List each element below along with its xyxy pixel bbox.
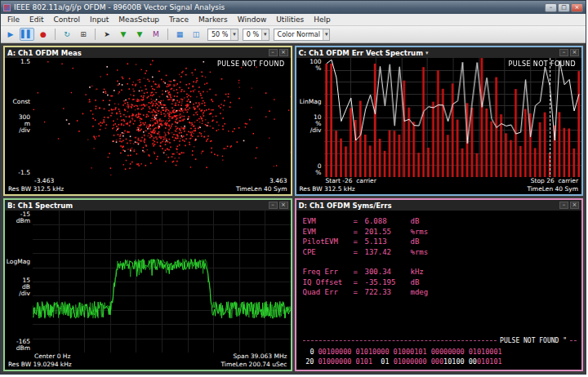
- maximize-button[interactable]: □: [558, 3, 570, 12]
- panel-err-vect-spectrum: C: Ch1 OFDM Err Vect Spectrum ▾ – × 100%…: [295, 46, 584, 196]
- constellation-plot[interactable]: PULSE NOT FOUND: [33, 58, 291, 177]
- dashed-divider: [303, 340, 497, 341]
- panel-a-controls: – ×: [269, 49, 288, 56]
- menu-item-markers[interactable]: Markers: [194, 15, 233, 24]
- y-unit-label: LogMag: [6, 259, 30, 265]
- panel-d-titlebar[interactable]: D: Ch1 OFDM Syms/Errs – ×: [296, 200, 582, 211]
- y-max-label: 1.5: [6, 59, 30, 65]
- panel-c-title: C: Ch1 OFDM Err Vect Spectrum: [299, 49, 424, 57]
- equals-sign: =: [354, 216, 365, 227]
- color-mode-value: Color Normal: [278, 31, 320, 38]
- layout-grid-button[interactable]: ⊞: [76, 28, 91, 41]
- result-label: IQ Offset: [303, 277, 354, 288]
- panel-b-minimize-button[interactable]: –: [269, 202, 278, 209]
- dashed-divider: [570, 340, 577, 341]
- menu-item-control[interactable]: Control: [49, 15, 86, 24]
- workspace: A: Ch1 OFDM Meas – × 1.5 Const 300m/div …: [1, 43, 586, 374]
- toolbar: ▶▌▌●↻⊞➤▼▼M▦◫50 %▾0 %▾Color Normal▾: [1, 26, 586, 43]
- menu-item-file[interactable]: File: [2, 15, 24, 24]
- marker-peak-button[interactable]: ▼: [116, 28, 131, 41]
- pulse-not-found-annotation: PULSE NOT FOUND ": [500, 337, 567, 344]
- menu-item-edit[interactable]: Edit: [24, 15, 48, 24]
- panel-d-body: EVM=6.088dBEVM=201.55%rmsPilotEVM=5.113d…: [296, 211, 582, 370]
- panel-c-close-button[interactable]: ×: [570, 49, 579, 56]
- trace-scale-combobox[interactable]: 50 %▾: [207, 29, 238, 41]
- panel-a-y-axis: 1.5 Const 300m/div -1.5: [5, 58, 33, 177]
- menu-item-utilities[interactable]: Utilities: [271, 15, 309, 24]
- res-bw-label: Res BW 19.0294 kHz: [8, 361, 72, 369]
- pointer-button[interactable]: ➤: [100, 28, 114, 41]
- chevron-down-icon[interactable]: ▾: [261, 29, 269, 40]
- panel-a-titlebar[interactable]: A: Ch1 OFDM Meas – ×: [5, 47, 291, 58]
- equals-sign: =: [354, 247, 365, 258]
- panel-a-title: A: Ch1 OFDM Meas: [7, 49, 82, 57]
- result-unit: %rms: [411, 227, 429, 237]
- result-label: EVM: [303, 216, 354, 227]
- result-unit: dB: [411, 277, 420, 288]
- trace-select-chevron-down-icon[interactable]: ▾: [425, 50, 429, 56]
- panel-c-minimize-button[interactable]: –: [559, 49, 568, 56]
- symbol-bits: 01000000 000: [394, 357, 443, 366]
- menu-item-input[interactable]: Input: [85, 15, 114, 24]
- panel-c-footer: Res BW 312.5 kHz TimeLen 40 Sym: [296, 185, 582, 194]
- timelen-label: TimeLen 40 Sym: [236, 185, 287, 193]
- menu-item-meassetup[interactable]: MeasSetup: [114, 15, 164, 24]
- panel-d-minimize-button[interactable]: –: [559, 202, 568, 209]
- symbol-index: 0: [303, 347, 314, 357]
- restart-button[interactable]: ↻: [60, 28, 74, 41]
- equals-sign: =: [354, 277, 365, 288]
- result-unit: kHz: [411, 267, 424, 277]
- pause-button[interactable]: ▌▌: [20, 28, 34, 41]
- panel-a-close-button[interactable]: ×: [279, 49, 288, 56]
- symbol-bits: 00100000 01010000 01000101 00000000 0101…: [318, 348, 502, 356]
- spectrum-plot[interactable]: [33, 211, 291, 353]
- evm-spectrum-plot[interactable]: PULSE NOT FOUND: [324, 58, 582, 177]
- minimize-button[interactable]: –: [545, 3, 557, 12]
- result-row-iq-offset-5: IQ Offset=-35.195dB: [303, 277, 577, 288]
- panel-c-titlebar[interactable]: C: Ch1 OFDM Err Vect Spectrum ▾ – ×: [296, 47, 582, 58]
- panel-d-title: D: Ch1 OFDM Syms/Errs: [299, 202, 392, 210]
- quad-display-button[interactable]: ◫: [189, 28, 203, 41]
- res-bw-label: Res BW 312.5 kHz: [8, 185, 64, 193]
- menu-item-trace[interactable]: Trace: [164, 15, 194, 24]
- close-button[interactable]: ×: [571, 3, 583, 12]
- panel-c-x-axis: Start -26 carrier Stop 26 carrier: [296, 177, 582, 185]
- equals-sign: =: [354, 267, 365, 277]
- record-button[interactable]: ●: [36, 28, 51, 41]
- menu-item-help[interactable]: Help: [309, 15, 336, 24]
- marker-band-button[interactable]: M: [149, 28, 163, 41]
- symbol-bits: 01: [372, 357, 394, 366]
- marker-delta-button[interactable]: ▼: [132, 28, 147, 41]
- panel-d-close-button[interactable]: ×: [570, 202, 579, 209]
- symbol-row: 2001000000 0101 01 01000000 00010100 000…: [303, 357, 577, 366]
- menu-item-window[interactable]: Window: [233, 15, 272, 24]
- panel-a-minimize-button[interactable]: –: [269, 49, 278, 56]
- result-unit: %rms: [411, 247, 429, 258]
- constellation-canvas[interactable]: [33, 58, 291, 177]
- result-row-cpe-3: CPE=137.42%rms: [303, 247, 577, 258]
- pulse-not-found-annotation: PULSE NOT FOUND: [509, 60, 576, 68]
- result-label: PilotEVM: [303, 237, 354, 247]
- panel-c-body: 100% LinMag 10%/div 0% PULSE NOT FOUND S…: [296, 58, 582, 194]
- window-controls: – □ ×: [545, 3, 583, 12]
- result-value: 201.55: [365, 227, 411, 237]
- x-min-label: -3.463: [34, 177, 54, 185]
- panel-b-title: B: Ch1 Spectrum: [7, 202, 73, 210]
- play-button[interactable]: ▶: [3, 28, 18, 41]
- result-value: -35.195: [365, 277, 411, 288]
- span-label: Span 39.063 MHz: [234, 353, 287, 361]
- chevron-down-icon[interactable]: ▾: [230, 29, 238, 40]
- single-display-button[interactable]: ▦: [172, 28, 187, 41]
- chevron-down-icon[interactable]: ▾: [323, 29, 330, 40]
- x-start-label: Start -26 carrier: [326, 177, 376, 185]
- spectrum-canvas[interactable]: [33, 211, 291, 353]
- result-value: 5.113: [365, 237, 411, 247]
- evm-spectrum-canvas[interactable]: [324, 58, 582, 177]
- result-unit: mdeg: [411, 287, 429, 298]
- titlebar[interactable]: IEEE 802.11a/g/j/p OFDM - 89600B Vector …: [1, 1, 586, 14]
- color-mode-combobox[interactable]: Color Normal▾: [274, 29, 331, 41]
- trace-offset-combobox[interactable]: 0 %▾: [243, 29, 270, 41]
- symbol-table: 000100000 01010000 01000101 00000000 010…: [303, 347, 577, 366]
- panel-b-titlebar[interactable]: B: Ch1 Spectrum – ×: [5, 200, 291, 211]
- panel-b-close-button[interactable]: ×: [279, 202, 288, 209]
